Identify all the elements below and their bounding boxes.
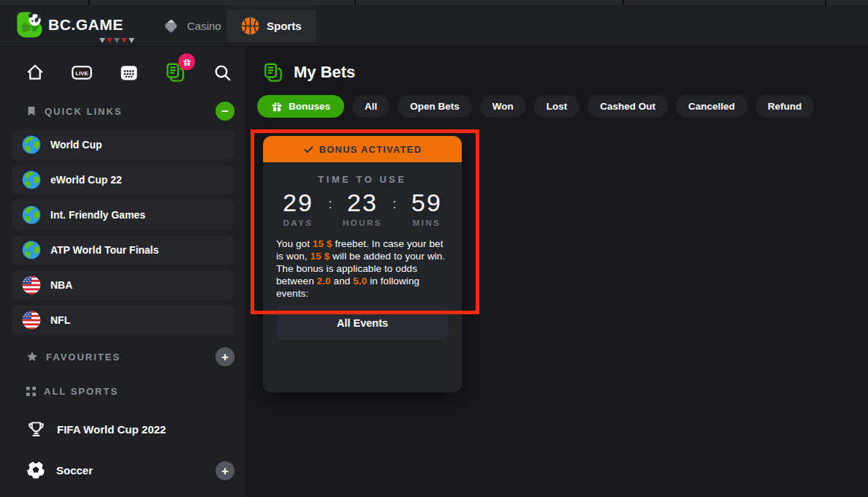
filter-cashed-out[interactable]: Cashed Out	[587, 95, 668, 118]
filter-lost[interactable]: Lost	[534, 95, 580, 118]
sidebar-item-fifa-world-cup[interactable]: FIFA World Cup 2022	[26, 420, 166, 439]
all-events-button[interactable]: All Events	[276, 306, 449, 340]
brand-logo[interactable]: BC.GAME	[15, 10, 123, 39]
quick-links-header: QUICK LINKS	[26, 105, 235, 117]
quick-link-label: World Cup	[50, 139, 102, 151]
bonus-badge	[178, 53, 195, 70]
freebet-amount: 15 $	[313, 238, 332, 249]
all-sports-header: ALL SPORTS	[26, 386, 235, 397]
basketball-icon	[241, 17, 259, 35]
search-icon[interactable]	[212, 60, 232, 85]
bet-filter-chips: Bonuses All Open Bets Won Lost Cashed Ou…	[257, 95, 814, 118]
countdown-separator: :	[324, 196, 337, 212]
countdown-mins-label: MINS	[401, 219, 452, 227]
countdown-mins-value: 59	[401, 190, 452, 216]
filter-won[interactable]: Won	[480, 95, 526, 118]
tab-separator	[88, 0, 90, 5]
tab-sports-label: Sports	[267, 20, 302, 32]
filter-all[interactable]: All	[352, 95, 389, 118]
countdown-separator: :	[388, 196, 401, 212]
tab-separator	[825, 0, 826, 5]
filter-refund[interactable]: Refund	[755, 95, 815, 118]
main-content: My Bets Bonuses All Open Bets Won Lost C…	[245, 47, 868, 497]
page-title-row: My Bets	[263, 62, 355, 83]
expand-soccer-button[interactable]: +	[216, 461, 235, 480]
filter-label: Lost	[547, 101, 568, 112]
brand-name: BC.GAME	[48, 16, 123, 34]
tab-casino-label: Casino	[187, 20, 221, 32]
sidebar-item-label: Soccer	[56, 464, 93, 477]
globe-icon	[22, 135, 41, 154]
bonus-status-label: BONUS ACTIVATED	[319, 144, 422, 155]
plus-icon: +	[221, 351, 229, 363]
filter-label: Cashed Out	[600, 101, 655, 112]
sidebar-icon-row: LIVE	[25, 60, 232, 85]
brand-logo-icon	[15, 10, 45, 39]
minus-icon: −	[221, 105, 229, 118]
bonus-description: You got 15 $ freebet. In case your bet i…	[276, 238, 449, 300]
filter-open-bets[interactable]: Open Bets	[397, 95, 472, 118]
sidebar-item-soccer[interactable]: Soccer	[26, 460, 93, 479]
us-flag-icon	[22, 311, 41, 330]
time-to-use-label: TIME TO USE	[263, 174, 462, 185]
soccer-ball-icon	[26, 460, 45, 479]
top-navbar: BC.GAME Casino	[0, 5, 868, 47]
all-events-label: All Events	[337, 317, 388, 329]
quick-link-int-friendly-games[interactable]: Int. Friendly Games	[12, 200, 234, 229]
quick-link-label: eWorld Cup 22	[50, 174, 122, 186]
bonus-status-banner: BONUS ACTIVATED	[263, 136, 462, 162]
filter-label: All	[365, 101, 377, 112]
plus-icon: +	[221, 465, 229, 477]
globe-icon	[22, 240, 41, 259]
quick-link-eworld-cup[interactable]: eWorld Cup 22	[12, 165, 234, 194]
max-odds: 5.0	[353, 276, 367, 287]
tab-separator	[354, 0, 356, 5]
svg-text:LIVE: LIVE	[75, 69, 88, 76]
star-icon	[26, 351, 38, 363]
brand-flags-decoration	[99, 38, 134, 43]
globe-icon	[22, 170, 41, 189]
quick-link-atp-world-tour-finals[interactable]: ATP World Tour Finals	[12, 235, 234, 265]
sidebar: LIVE	[0, 47, 245, 497]
quick-link-label: NBA	[50, 279, 72, 291]
live-icon[interactable]: LIVE	[72, 60, 92, 85]
casino-cards-icon	[162, 18, 180, 35]
filter-cancelled[interactable]: Cancelled	[676, 95, 747, 118]
check-icon	[303, 144, 314, 155]
favourites-title: FAVOURITES	[46, 352, 121, 363]
filter-label: Bonuses	[289, 101, 330, 112]
trophy-icon	[26, 420, 46, 439]
quick-link-nfl[interactable]: NFL	[12, 306, 234, 335]
tab-sports[interactable]: Sports	[226, 10, 316, 42]
virtual-games-icon[interactable]	[118, 60, 139, 85]
countdown-hours-value: 23	[337, 190, 388, 216]
all-sports-title: ALL SPORTS	[44, 386, 118, 397]
filter-bonuses[interactable]: Bonuses	[257, 95, 344, 118]
page-title: My Bets	[294, 63, 355, 82]
filter-label: Refund	[768, 101, 802, 112]
bookmark-icon	[26, 105, 37, 117]
filter-label: Cancelled	[688, 101, 735, 112]
countdown-days-value: 29	[273, 190, 324, 216]
tab-casino[interactable]: Casino	[162, 5, 221, 47]
us-flag-icon	[22, 276, 41, 295]
tab-separator	[623, 0, 624, 5]
filter-label: Open Bets	[410, 101, 460, 112]
quick-link-label: ATP World Tour Finals	[50, 244, 159, 256]
home-icon[interactable]	[25, 60, 45, 85]
quick-link-nba[interactable]: NBA	[12, 270, 234, 300]
collapse-quick-links-button[interactable]: −	[216, 102, 235, 121]
countdown-days: 29 DAYS	[273, 190, 324, 227]
quick-links-title: QUICK LINKS	[45, 106, 123, 117]
add-favourite-button[interactable]: +	[216, 347, 235, 366]
countdown-hours: 23 HOURS	[337, 190, 388, 227]
countdown-days-label: DAYS	[273, 219, 324, 227]
quick-link-world-cup[interactable]: World Cup	[12, 130, 234, 159]
my-bets-icon[interactable]	[165, 60, 186, 85]
filter-label: Won	[492, 101, 514, 112]
quick-link-label: NFL	[50, 314, 70, 326]
countdown-mins: 59 MINS	[401, 190, 452, 227]
browser-tab-strip	[0, 0, 868, 5]
min-odds: 2.0	[317, 276, 331, 287]
favourites-header: FAVOURITES	[26, 351, 235, 363]
